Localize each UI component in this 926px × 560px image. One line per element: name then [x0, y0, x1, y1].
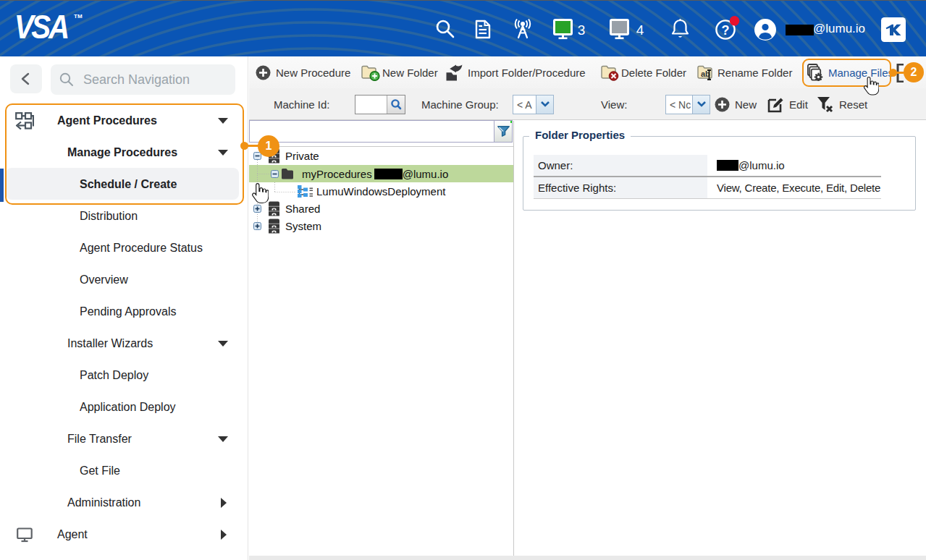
svg-text:VSA: VSA [14, 12, 68, 42]
svg-text:?: ? [722, 23, 730, 38]
svg-text:4: 4 [636, 22, 644, 38]
svg-text:3: 3 [578, 22, 586, 38]
svg-text:TM: TM [74, 13, 83, 20]
